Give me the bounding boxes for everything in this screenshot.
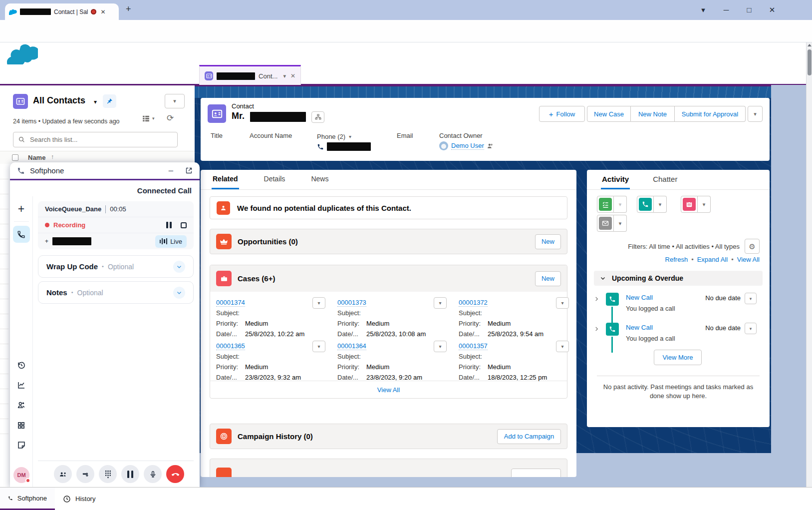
list-search-input[interactable] bbox=[29, 135, 172, 144]
new-task-dropdown[interactable]: ▾ bbox=[614, 196, 627, 213]
case-row-actions[interactable]: ▾ bbox=[556, 341, 569, 352]
stop-recording-button[interactable] bbox=[181, 222, 187, 228]
expand-all-link[interactable]: Expand All bbox=[697, 256, 728, 263]
agent-avatar[interactable]: DM bbox=[13, 467, 29, 483]
wrapup-code-section[interactable]: Wrap Up Code • Optional bbox=[38, 255, 194, 278]
expand-chevron-icon[interactable] bbox=[594, 296, 599, 302]
case-row-actions[interactable]: ▾ bbox=[312, 341, 325, 352]
case-number-link[interactable]: 00001357 bbox=[459, 342, 488, 350]
case-number-link[interactable]: 00001374 bbox=[216, 299, 245, 307]
cases-view-all-link[interactable]: View All bbox=[377, 386, 400, 394]
subtab-dropdown-icon[interactable]: ▾ bbox=[283, 73, 286, 79]
call-history-icon[interactable] bbox=[13, 357, 30, 374]
notes-pad-icon[interactable] bbox=[13, 437, 30, 454]
activity-filter-settings-button[interactable]: ⚙ bbox=[745, 239, 760, 254]
email-button[interactable] bbox=[597, 215, 614, 232]
mute-microphone-button[interactable] bbox=[144, 465, 162, 483]
view-more-button[interactable]: View More bbox=[654, 350, 702, 365]
pause-recording-button[interactable] bbox=[166, 222, 172, 228]
new-tab-button[interactable]: + bbox=[126, 4, 131, 13]
window-menu-icon[interactable]: ▾ bbox=[695, 3, 712, 16]
tab-news[interactable]: News bbox=[310, 170, 329, 189]
change-owner-icon[interactable] bbox=[487, 143, 494, 149]
new-note-button[interactable]: New Note bbox=[631, 106, 675, 122]
submit-for-approval-button[interactable]: Submit for Approval bbox=[675, 106, 746, 122]
tab-chatter[interactable]: Chatter bbox=[652, 170, 678, 189]
timeline-item-title[interactable]: New Call bbox=[626, 294, 653, 301]
add-to-campaign-button[interactable]: Add to Campaign bbox=[497, 429, 561, 444]
opportunities-new-button[interactable]: New bbox=[535, 234, 561, 249]
refresh-link[interactable]: Refresh bbox=[665, 256, 688, 263]
dialpad-button[interactable] bbox=[99, 465, 117, 483]
campaign-history-card[interactable]: Campaign History (0) Add to Campaign bbox=[210, 424, 567, 449]
opportunities-card[interactable]: Opportunities (0) New bbox=[210, 229, 567, 254]
new-event-dropdown[interactable]: ▾ bbox=[698, 196, 711, 213]
more-actions-dropdown[interactable]: ▾ bbox=[748, 106, 763, 122]
case-row-actions[interactable]: ▾ bbox=[556, 297, 569, 309]
expand-chevron-icon[interactable] bbox=[594, 326, 599, 332]
case-row-actions[interactable]: ▾ bbox=[434, 297, 447, 309]
case-number-link[interactable]: 00001364 bbox=[337, 342, 366, 350]
tab-close-icon[interactable]: ✕ bbox=[100, 9, 105, 15]
softphone-popout-icon[interactable] bbox=[185, 167, 193, 174]
notes-section[interactable]: Notes • Optional bbox=[38, 281, 194, 304]
display-as-dropdown-icon[interactable]: ▾ bbox=[152, 116, 155, 121]
case-number-link[interactable]: 00001365 bbox=[216, 342, 245, 350]
list-view-dropdown-icon[interactable]: ▾ bbox=[94, 99, 97, 105]
new-case-button[interactable]: New Case bbox=[587, 106, 631, 122]
phone-dropdown-icon[interactable]: ▾ bbox=[349, 134, 351, 139]
tab-details[interactable]: Details bbox=[263, 170, 286, 189]
list-view-title[interactable]: All Contacts bbox=[33, 95, 85, 106]
timeline-item-actions[interactable]: ▾ bbox=[745, 323, 757, 334]
timeline-item-actions[interactable]: ▾ bbox=[745, 293, 757, 304]
tab-activity[interactable]: Activity bbox=[601, 170, 630, 189]
pin-list-button[interactable] bbox=[103, 94, 116, 108]
window-close-button[interactable]: ✕ bbox=[764, 3, 781, 16]
view-all-link[interactable]: View All bbox=[737, 256, 760, 263]
window-minimize-button[interactable]: ─ bbox=[718, 3, 735, 16]
browser-tab[interactable]: Contact | Sal ✕ bbox=[5, 3, 119, 20]
scrollbar-thumb[interactable] bbox=[808, 49, 812, 75]
org-hierarchy-button[interactable] bbox=[311, 111, 324, 123]
stats-chart-icon[interactable] bbox=[13, 377, 30, 394]
active-call-tab-icon[interactable] bbox=[13, 226, 30, 243]
apps-grid-icon[interactable] bbox=[13, 417, 30, 434]
page-scrollbar[interactable] bbox=[806, 42, 812, 510]
hold-call-button[interactable] bbox=[121, 465, 139, 483]
cases-new-button[interactable]: New bbox=[535, 271, 561, 286]
utility-softphone-tab[interactable]: Softphone bbox=[0, 488, 55, 510]
wrapup-expand-icon[interactable] bbox=[173, 261, 185, 273]
email-dropdown[interactable]: ▾ bbox=[614, 215, 627, 232]
tab-related[interactable]: Related bbox=[212, 170, 239, 189]
softphone-minimize-icon[interactable]: ─ bbox=[169, 167, 173, 174]
owner-name-link[interactable]: Demo User bbox=[451, 142, 484, 150]
upcoming-overdue-header[interactable]: Upcoming & Overdue bbox=[594, 271, 763, 286]
transfer-call-button[interactable] bbox=[76, 465, 94, 483]
timeline-item-title[interactable]: New Call bbox=[626, 324, 653, 331]
nav-subtab-contact-record[interactable]: Cont... ▾ ✕ bbox=[199, 65, 301, 85]
name-column-header[interactable]: Name bbox=[28, 154, 45, 161]
new-task-button[interactable] bbox=[597, 196, 614, 213]
case-number-link[interactable]: 00001372 bbox=[459, 299, 488, 307]
notes-expand-icon[interactable] bbox=[173, 287, 185, 299]
partial-card-button[interactable] bbox=[511, 469, 561, 477]
conference-button[interactable] bbox=[54, 465, 72, 483]
list-search-box[interactable] bbox=[13, 132, 178, 147]
end-call-button[interactable] bbox=[166, 465, 184, 483]
display-as-icon[interactable] bbox=[142, 114, 150, 123]
case-number-link[interactable]: 00001373 bbox=[337, 299, 366, 307]
contacts-icon[interactable] bbox=[13, 397, 30, 414]
follow-button[interactable]: +Follow bbox=[539, 106, 585, 122]
case-row-actions[interactable]: ▾ bbox=[434, 341, 447, 352]
list-refresh-icon[interactable]: ⟳ bbox=[167, 114, 174, 122]
live-badge[interactable]: Live bbox=[155, 235, 187, 248]
new-call-plus-icon[interactable]: + bbox=[13, 200, 30, 217]
log-call-button[interactable] bbox=[637, 196, 654, 213]
new-event-button[interactable] bbox=[681, 196, 698, 213]
case-row-actions[interactable]: ▾ bbox=[312, 297, 325, 309]
window-maximize-button[interactable]: □ bbox=[741, 3, 758, 16]
select-all-checkbox[interactable] bbox=[12, 154, 18, 161]
utility-history-tab[interactable]: History bbox=[55, 488, 115, 510]
cases-card-header[interactable]: Cases (6+) New bbox=[210, 265, 567, 292]
log-call-dropdown[interactable]: ▾ bbox=[654, 196, 667, 213]
